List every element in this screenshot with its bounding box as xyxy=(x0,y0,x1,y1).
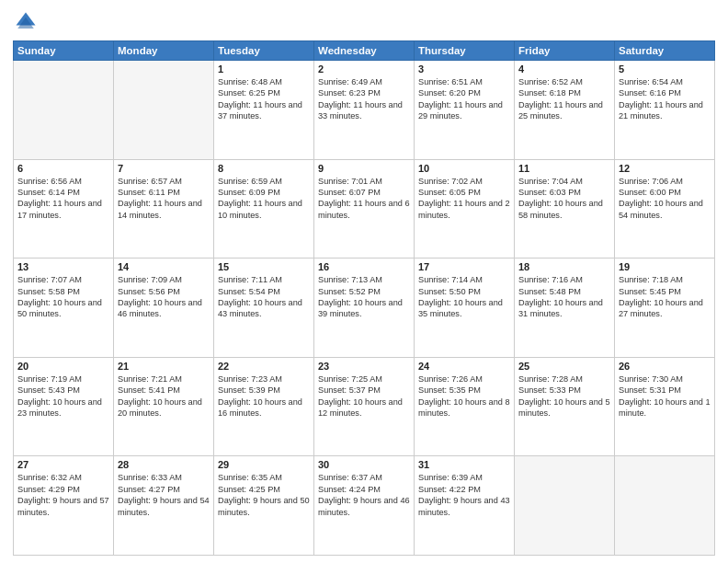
day-number: 11 xyxy=(518,163,610,174)
calendar-cell xyxy=(515,456,615,556)
day-content: Sunrise: 7:01 AM Sunset: 6:07 PM Dayligh… xyxy=(318,176,410,222)
day-number: 12 xyxy=(619,163,711,174)
day-content: Sunrise: 7:23 AM Sunset: 5:39 PM Dayligh… xyxy=(218,373,310,419)
calendar-week-3: 13Sunrise: 7:07 AM Sunset: 5:58 PM Dayli… xyxy=(14,259,715,358)
calendar-cell: 9Sunrise: 7:01 AM Sunset: 6:07 PM Daylig… xyxy=(314,159,415,259)
day-content: Sunrise: 7:06 AM Sunset: 6:00 PM Dayligh… xyxy=(619,176,711,222)
day-number: 7 xyxy=(118,163,210,174)
day-number: 16 xyxy=(318,261,410,272)
calendar-week-2: 6Sunrise: 6:56 AM Sunset: 6:14 PM Daylig… xyxy=(14,159,715,259)
calendar-cell: 28Sunrise: 6:33 AM Sunset: 4:27 PM Dayli… xyxy=(114,456,214,556)
calendar-header-tuesday: Tuesday xyxy=(214,41,314,61)
day-content: Sunrise: 6:37 AM Sunset: 4:24 PM Dayligh… xyxy=(318,472,410,518)
calendar-header-wednesday: Wednesday xyxy=(314,41,415,61)
calendar-cell xyxy=(14,61,114,160)
calendar-week-4: 20Sunrise: 7:19 AM Sunset: 5:43 PM Dayli… xyxy=(14,357,715,456)
calendar-cell: 19Sunrise: 7:18 AM Sunset: 5:45 PM Dayli… xyxy=(615,259,715,358)
calendar-cell: 5Sunrise: 6:54 AM Sunset: 6:16 PM Daylig… xyxy=(615,61,715,160)
day-content: Sunrise: 7:11 AM Sunset: 5:54 PM Dayligh… xyxy=(218,274,310,320)
calendar-cell: 21Sunrise: 7:21 AM Sunset: 5:41 PM Dayli… xyxy=(114,357,214,456)
calendar-header-thursday: Thursday xyxy=(415,41,515,61)
calendar-header-row: SundayMondayTuesdayWednesdayThursdayFrid… xyxy=(14,41,715,61)
day-content: Sunrise: 6:54 AM Sunset: 6:16 PM Dayligh… xyxy=(619,76,711,122)
calendar-cell: 17Sunrise: 7:14 AM Sunset: 5:50 PM Dayli… xyxy=(415,259,515,358)
day-content: Sunrise: 7:09 AM Sunset: 5:56 PM Dayligh… xyxy=(118,274,210,320)
day-number: 23 xyxy=(318,361,410,372)
day-content: Sunrise: 6:56 AM Sunset: 6:14 PM Dayligh… xyxy=(17,176,109,222)
day-number: 24 xyxy=(418,361,510,372)
day-content: Sunrise: 6:33 AM Sunset: 4:27 PM Dayligh… xyxy=(118,472,210,518)
day-content: Sunrise: 6:57 AM Sunset: 6:11 PM Dayligh… xyxy=(118,176,210,222)
logo-icon xyxy=(13,9,39,35)
calendar-cell: 8Sunrise: 6:59 AM Sunset: 6:09 PM Daylig… xyxy=(214,159,314,259)
day-content: Sunrise: 7:14 AM Sunset: 5:50 PM Dayligh… xyxy=(418,274,510,320)
calendar-cell: 15Sunrise: 7:11 AM Sunset: 5:54 PM Dayli… xyxy=(214,259,314,358)
day-number: 9 xyxy=(318,163,410,174)
day-number: 28 xyxy=(118,459,210,470)
calendar-cell: 24Sunrise: 7:26 AM Sunset: 5:35 PM Dayli… xyxy=(415,357,515,456)
day-number: 25 xyxy=(518,361,610,372)
day-number: 14 xyxy=(118,261,210,272)
day-content: Sunrise: 7:04 AM Sunset: 6:03 PM Dayligh… xyxy=(518,176,610,222)
calendar-cell: 2Sunrise: 6:49 AM Sunset: 6:23 PM Daylig… xyxy=(314,61,415,160)
calendar-week-5: 27Sunrise: 6:32 AM Sunset: 4:29 PM Dayli… xyxy=(14,456,715,556)
day-number: 15 xyxy=(218,261,310,272)
day-number: 13 xyxy=(17,261,109,272)
day-number: 5 xyxy=(619,63,711,75)
calendar-cell: 6Sunrise: 6:56 AM Sunset: 6:14 PM Daylig… xyxy=(14,159,114,259)
calendar-cell: 18Sunrise: 7:16 AM Sunset: 5:48 PM Dayli… xyxy=(515,259,615,358)
day-content: Sunrise: 6:32 AM Sunset: 4:29 PM Dayligh… xyxy=(17,472,109,518)
day-content: Sunrise: 6:49 AM Sunset: 6:23 PM Dayligh… xyxy=(318,76,410,122)
day-number: 6 xyxy=(17,163,109,174)
calendar-header-saturday: Saturday xyxy=(615,41,715,61)
day-content: Sunrise: 7:26 AM Sunset: 5:35 PM Dayligh… xyxy=(418,373,510,419)
day-number: 8 xyxy=(218,163,310,174)
day-content: Sunrise: 6:35 AM Sunset: 4:25 PM Dayligh… xyxy=(218,472,310,518)
day-content: Sunrise: 7:18 AM Sunset: 5:45 PM Dayligh… xyxy=(619,274,711,320)
calendar-cell xyxy=(615,456,715,556)
day-content: Sunrise: 6:52 AM Sunset: 6:18 PM Dayligh… xyxy=(518,76,610,122)
calendar-cell: 22Sunrise: 7:23 AM Sunset: 5:39 PM Dayli… xyxy=(214,357,314,456)
calendar-cell: 16Sunrise: 7:13 AM Sunset: 5:52 PM Dayli… xyxy=(314,259,415,358)
day-number: 27 xyxy=(17,459,109,470)
day-number: 1 xyxy=(218,63,310,75)
calendar-cell: 12Sunrise: 7:06 AM Sunset: 6:00 PM Dayli… xyxy=(615,159,715,259)
calendar-cell: 29Sunrise: 6:35 AM Sunset: 4:25 PM Dayli… xyxy=(214,456,314,556)
calendar-cell: 27Sunrise: 6:32 AM Sunset: 4:29 PM Dayli… xyxy=(14,456,114,556)
day-content: Sunrise: 6:59 AM Sunset: 6:09 PM Dayligh… xyxy=(218,176,310,222)
day-number: 26 xyxy=(619,361,711,372)
calendar-cell: 31Sunrise: 6:39 AM Sunset: 4:22 PM Dayli… xyxy=(415,456,515,556)
calendar-cell: 23Sunrise: 7:25 AM Sunset: 5:37 PM Dayli… xyxy=(314,357,415,456)
calendar-cell: 26Sunrise: 7:30 AM Sunset: 5:31 PM Dayli… xyxy=(615,357,715,456)
calendar-cell: 3Sunrise: 6:51 AM Sunset: 6:20 PM Daylig… xyxy=(415,61,515,160)
calendar-cell: 25Sunrise: 7:28 AM Sunset: 5:33 PM Dayli… xyxy=(515,357,615,456)
calendar-header-friday: Friday xyxy=(515,41,615,61)
logo xyxy=(13,9,42,35)
calendar-cell: 30Sunrise: 6:37 AM Sunset: 4:24 PM Dayli… xyxy=(314,456,415,556)
day-number: 10 xyxy=(418,163,510,174)
calendar-cell xyxy=(114,61,214,160)
day-number: 18 xyxy=(518,261,610,272)
day-content: Sunrise: 7:28 AM Sunset: 5:33 PM Dayligh… xyxy=(518,373,610,419)
calendar-header-monday: Monday xyxy=(114,41,214,61)
day-number: 19 xyxy=(619,261,711,272)
day-number: 2 xyxy=(318,63,410,75)
day-number: 21 xyxy=(118,361,210,372)
calendar-header-sunday: Sunday xyxy=(14,41,114,61)
calendar-cell: 20Sunrise: 7:19 AM Sunset: 5:43 PM Dayli… xyxy=(14,357,114,456)
calendar-cell: 14Sunrise: 7:09 AM Sunset: 5:56 PM Dayli… xyxy=(114,259,214,358)
calendar-cell: 1Sunrise: 6:48 AM Sunset: 6:25 PM Daylig… xyxy=(214,61,314,160)
calendar-cell: 11Sunrise: 7:04 AM Sunset: 6:03 PM Dayli… xyxy=(515,159,615,259)
page: SundayMondayTuesdayWednesdayThursdayFrid… xyxy=(0,0,728,563)
day-number: 20 xyxy=(17,361,109,372)
day-number: 17 xyxy=(418,261,510,272)
day-number: 22 xyxy=(218,361,310,372)
day-content: Sunrise: 7:02 AM Sunset: 6:05 PM Dayligh… xyxy=(418,176,510,222)
day-content: Sunrise: 7:21 AM Sunset: 5:41 PM Dayligh… xyxy=(118,373,210,419)
calendar-cell: 4Sunrise: 6:52 AM Sunset: 6:18 PM Daylig… xyxy=(515,61,615,160)
day-content: Sunrise: 6:48 AM Sunset: 6:25 PM Dayligh… xyxy=(218,76,310,122)
calendar-cell: 10Sunrise: 7:02 AM Sunset: 6:05 PM Dayli… xyxy=(415,159,515,259)
day-content: Sunrise: 6:39 AM Sunset: 4:22 PM Dayligh… xyxy=(418,472,510,518)
header xyxy=(13,9,715,35)
calendar-cell: 7Sunrise: 6:57 AM Sunset: 6:11 PM Daylig… xyxy=(114,159,214,259)
